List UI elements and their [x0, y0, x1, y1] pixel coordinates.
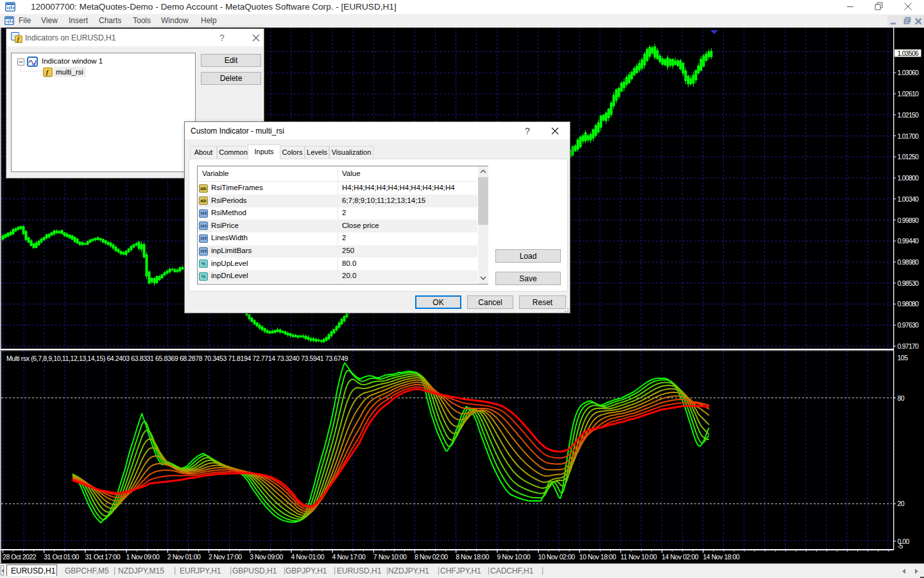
- svg-text:8 Nov 02:00: 8 Nov 02:00: [415, 553, 448, 561]
- svg-text:0.99890: 0.99890: [898, 216, 920, 224]
- svg-text:2 Nov 17:00: 2 Nov 17:00: [209, 553, 242, 561]
- svg-text:80: 80: [898, 394, 905, 402]
- svg-text:0.98530: 0.98530: [898, 279, 920, 287]
- svg-text:0.98980: 0.98980: [898, 258, 920, 266]
- svg-text:3 Nov 09:00: 3 Nov 09:00: [250, 553, 283, 561]
- svg-text:9 Nov 10:00: 9 Nov 10:00: [497, 553, 530, 561]
- svg-text:20: 20: [898, 500, 905, 507]
- svg-text:1.03060: 1.03060: [898, 69, 920, 76]
- svg-text:Multi rsx (6,7,8,9,10,11,12,13: Multi rsx (6,7,8,9,10,11,12,13,14,15) 64…: [6, 355, 348, 362]
- svg-text:4 Nov 17:00: 4 Nov 17:00: [332, 553, 366, 561]
- svg-text:28 Oct 2022: 28 Oct 2022: [3, 553, 37, 561]
- svg-text:1.01700: 1.01700: [898, 132, 920, 140]
- svg-text:105: 105: [898, 354, 909, 362]
- svg-text:14 Nov 02:00: 14 Nov 02:00: [662, 553, 699, 561]
- svg-text:1.02610: 1.02610: [898, 90, 920, 98]
- svg-text:0.97630: 0.97630: [898, 321, 920, 329]
- svg-text:-5: -5: [898, 542, 903, 550]
- svg-text:4 Nov 01:00: 4 Nov 01:00: [291, 553, 324, 561]
- svg-text:1.00340: 1.00340: [898, 195, 920, 203]
- svg-text:7 Nov 10:00: 7 Nov 10:00: [373, 553, 407, 561]
- svg-text:11 Nov 10:00: 11 Nov 10:00: [620, 553, 657, 561]
- svg-text:1.03506: 1.03506: [898, 49, 920, 57]
- svg-text:8 Nov 18:00: 8 Nov 18:00: [456, 553, 489, 561]
- svg-text:1.02150: 1.02150: [898, 111, 920, 119]
- svg-text:14 Nov 18:00: 14 Nov 18:00: [703, 553, 740, 561]
- svg-text:1 Nov 09:00: 1 Nov 09:00: [126, 553, 160, 561]
- svg-text:0.99440: 0.99440: [898, 237, 920, 245]
- svg-text:1.01250: 1.01250: [898, 153, 920, 161]
- svg-text:10 Nov 02:00: 10 Nov 02:00: [538, 553, 576, 561]
- svg-text:0.97170: 0.97170: [898, 342, 920, 350]
- svg-text:10 Nov 18:00: 10 Nov 18:00: [579, 553, 617, 561]
- svg-text:31 Oct 01:00: 31 Oct 01:00: [44, 553, 79, 561]
- svg-text:0.98080: 0.98080: [898, 300, 920, 308]
- svg-text:2 Nov 01:00: 2 Nov 01:00: [167, 553, 201, 561]
- svg-text:31 Oct 17:00: 31 Oct 17:00: [85, 553, 120, 561]
- svg-text:1.00800: 1.00800: [898, 174, 920, 182]
